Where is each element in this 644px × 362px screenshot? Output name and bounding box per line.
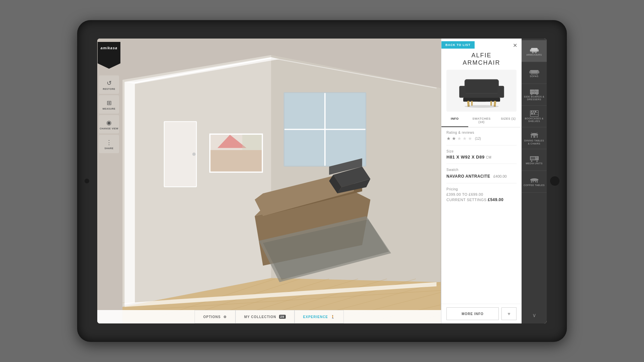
svg-rect-80 [531,113,533,114]
svg-rect-81 [534,113,535,114]
tablet-screen: amikasa ↺ RESTORE ⊞ MEASURE ◉ CHANGE VIE… [97,39,547,323]
rating-stars: ★ ★ ★ ★ ★ (12) [446,136,517,141]
svg-point-71 [535,91,536,92]
sideboards-icon [529,88,539,96]
star-2: ★ [452,136,456,141]
svg-rect-90 [531,157,535,160]
svg-rect-88 [537,132,537,134]
product-title-line2: ARMCHAIR [445,59,518,67]
svg-rect-62 [529,71,531,73]
action-buttons: MORE INFO ♥ [441,304,522,323]
svg-rect-87 [531,132,532,134]
sideboards-label: SIDE BOARDS & DRESSERS [523,96,545,101]
svg-rect-85 [537,135,538,138]
svg-rect-93 [531,161,532,162]
category-dining[interactable]: DINING TABLES & CHAIRS [522,127,547,149]
star-3: ★ [457,136,462,141]
current-price: £549.00 [488,197,503,202]
swatch-info: NAVARO ANTRACITE £400.00 [446,173,517,179]
swatch-name: NAVARO ANTRACITE [446,174,490,179]
price-range: £399.00 TO £699.00 [446,192,517,196]
logo-badge: amikasa [98,42,120,69]
armchairs-icon [529,45,539,54]
coffee-label: COFFEE TABLES [524,184,545,187]
product-image-area [446,70,517,112]
svg-rect-83 [531,134,538,135]
price-from: £399.00 [446,192,461,196]
experience-icon: 🚶 [331,315,335,319]
product-info-content: Rating & reviews ★ ★ ★ ★ ★ (12) Size [441,127,522,304]
star-1: ★ [446,136,451,141]
category-media[interactable]: MEDIA UNITS [522,149,547,171]
svg-rect-94 [536,161,538,162]
category-armchairs[interactable]: ARMCHAIRS [522,40,547,62]
product-tabs: INFO SWATCHES (10) SIZES (1) [441,114,522,127]
restore-button[interactable]: ↺ RESTORE [99,75,119,94]
experience-tab[interactable]: EXPERIENCE 🚶 [294,310,344,323]
eye-icon: ◉ [106,119,112,126]
rating-section: Rating & reviews ★ ★ ★ ★ ★ (12) [446,131,517,145]
experience-label: EXPERIENCE [303,315,328,319]
more-info-button[interactable]: MORE INFO [446,307,499,320]
svg-point-70 [533,91,533,92]
share-button[interactable]: ⋮ SHARE [99,135,119,153]
back-to-list-button[interactable]: BACK TO LIST [441,41,475,49]
svg-point-21 [192,153,196,156]
favorite-button[interactable]: ♥ [501,307,517,320]
svg-rect-84 [531,135,532,138]
collection-tab[interactable]: MY COLLECTION 29 [235,310,294,323]
restore-label: RESTORE [103,88,115,90]
tab-swatches[interactable]: SWATCHES (10) [468,114,495,127]
category-coffee[interactable]: COFFEE TABLES [522,171,547,193]
tab-info[interactable]: INFO [441,114,468,127]
share-label: SHARE [104,147,113,149]
size-section: Size H81 X W92 X D89 CM [446,149,517,164]
category-sideboards[interactable]: SIDE BOARDS & DRESSERS [522,84,547,106]
dining-icon [529,131,539,139]
svg-rect-77 [531,111,532,112]
change-view-label: CHANGE VIEW [100,127,118,130]
measure-button[interactable]: ⊞ MEASURE [99,95,119,114]
armchairs-label: ARMCHAIRS [526,54,542,56]
svg-rect-55 [531,48,538,51]
pricing-section: Pricing £399.00 TO £699.00 CURRENT SETTI… [446,187,517,206]
category-bookcases[interactable]: BOOKCASES & SHELVES [522,106,547,127]
change-view-button[interactable]: ◉ CHANGE VIEW [99,115,119,133]
category-sofas[interactable]: SOFAS [522,62,547,84]
svg-rect-46 [465,80,498,93]
tab-sizes[interactable]: SIZES (1) [495,114,522,127]
collection-badge: 29 [279,315,286,319]
sofas-label: SOFAS [530,75,539,78]
collection-label: MY COLLECTION [244,315,276,319]
review-count: (12) [475,137,481,140]
svg-rect-20 [165,122,196,186]
swatch-label: Swatch [446,168,517,172]
pricing-label: Pricing [446,187,517,191]
svg-rect-63 [537,71,539,73]
close-button[interactable]: ✕ [511,41,519,49]
price-to: £699.00 [469,192,483,196]
restore-icon: ↺ [107,79,112,87]
svg-rect-86 [533,135,535,138]
svg-rect-92 [536,159,538,159]
product-panel: BACK TO LIST ✕ ALFIE ARMCHAIR [441,39,522,323]
options-tab[interactable]: OPTIONS ⚙ [195,310,235,323]
app-logo: amikasa [101,46,117,50]
svg-rect-79 [535,111,536,112]
swatch-price: £400.00 [493,174,507,178]
share-icon: ⋮ [106,139,112,146]
scroll-down-button[interactable]: ∨ [522,309,547,322]
svg-rect-73 [536,94,538,95]
svg-rect-59 [532,52,533,53]
product-title-line1: ALFIE [445,52,518,59]
viewport: OPTIONS ⚙ MY COLLECTION 29 EXPERIENCE 🚶 [97,39,441,323]
camera-right [550,176,559,186]
media-label: MEDIA UNITS [526,162,542,165]
svg-rect-99 [533,180,534,182]
media-icon [529,155,539,162]
svg-rect-72 [531,94,532,95]
svg-rect-56 [530,49,532,52]
svg-rect-60 [535,52,536,53]
current-price-line: CURRENT SETTINGS £549.00 [446,196,517,202]
options-label: OPTIONS [203,315,221,319]
